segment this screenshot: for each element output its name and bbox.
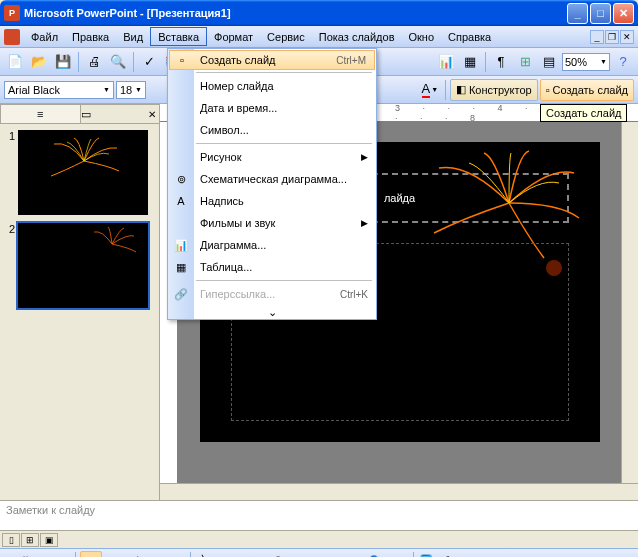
line-button[interactable]: ╲ [195,551,217,558]
preview-button[interactable]: 🔍 [107,51,129,73]
doc-minimize-button[interactable]: _ [590,30,604,44]
menu-expand-button[interactable]: ⌄ [168,305,376,319]
menu-item-slide-number[interactable]: Номер слайда [168,75,376,97]
design-icon: ◧ [456,83,466,96]
menu-item-hyperlink: 🔗Гиперссылка...Ctrl+K [168,283,376,305]
font-color-button[interactable]: A▾ [466,551,488,558]
zoom-combo[interactable]: 50%▼ [562,53,610,71]
menu-tools[interactable]: Сервис [260,29,312,45]
menu-item-date-time[interactable]: Дата и время... [168,97,376,119]
menu-slideshow[interactable]: Показ слайдов [312,29,402,45]
vertical-scrollbar[interactable] [621,122,638,483]
open-button[interactable]: 📂 [28,51,50,73]
firework-graphic [39,136,129,186]
slides-icon: ▭ [81,108,91,121]
menu-item-textbox[interactable]: AНадпись [168,190,376,212]
new-slide-button[interactable]: ▫Создать слайд [540,79,634,101]
font-size-combo[interactable]: 18▼ [116,81,146,99]
spelling-button[interactable]: ✓ [138,51,160,73]
new-button[interactable]: 📄 [4,51,26,73]
close-button[interactable]: ✕ [613,3,634,24]
oval-button[interactable]: ◯ [267,551,289,558]
menu-item-diagram[interactable]: ⊚Схематическая диаграмма... [168,168,376,190]
horizontal-scrollbar[interactable] [160,483,638,500]
maximize-button[interactable]: □ [590,3,611,24]
title-bar: P Microsoft PowerPoint - [Презентация1] … [0,0,638,26]
textbox-button[interactable]: A [291,551,313,558]
slide-number: 2 [4,223,18,308]
3d-button[interactable]: ◫ [586,551,608,558]
tooltip: Создать слайд [540,104,627,122]
shadow-button[interactable]: ◪ [562,551,584,558]
window-title: Microsoft PowerPoint - [Презентация1] [24,6,567,20]
close-panel-icon[interactable]: ✕ [148,109,156,120]
menu-bar: Файл Правка Вид Вставка Формат Сервис По… [0,26,638,48]
clipart-button[interactable]: 👤 [363,551,385,558]
chart-icon: 📊 [168,234,194,256]
menu-edit[interactable]: Правка [65,29,116,45]
menu-item-picture[interactable]: Рисунок▶ [168,146,376,168]
normal-view-button[interactable]: ▯ [2,533,20,547]
doc-restore-button[interactable]: ❐ [605,30,619,44]
chart-button[interactable]: 📊 [435,51,457,73]
menu-item-movies-sound[interactable]: Фильмы и звук▶ [168,212,376,234]
slideshow-view-button[interactable]: ▣ [40,533,58,547]
menu-view[interactable]: Вид [116,29,150,45]
menu-window[interactable]: Окно [402,29,442,45]
rectangle-button[interactable]: ▭ [243,551,265,558]
color-button[interactable]: ▤ [538,51,560,73]
new-slide-icon: ▫ [546,84,550,96]
menu-item-table[interactable]: ▦Таблица... [168,256,376,278]
diagram-icon: ⊚ [168,168,194,190]
tab-slides[interactable]: ▭✕ [80,104,161,123]
slide-number: 1 [4,130,18,215]
select-objects-button[interactable]: ↖ [80,551,102,558]
arrow-style-button[interactable]: ⇄ [538,551,560,558]
menu-file[interactable]: Файл [24,29,65,45]
picture-button[interactable]: 🖼 [387,551,409,558]
new-slide-icon: ▫ [170,49,194,71]
menu-item-chart[interactable]: 📊Диаграмма... [168,234,376,256]
minimize-button[interactable]: _ [567,3,588,24]
menu-item-symbol[interactable]: Символ... [168,119,376,141]
arrow-button[interactable]: ↘ [219,551,241,558]
menu-insert[interactable]: Вставка [150,27,207,46]
menu-help[interactable]: Справка [441,29,498,45]
slide-panel: ≡ ▭✕ 1 2 [0,104,160,500]
firework-graphic [82,226,142,266]
line-style-button[interactable]: ≡ [490,551,512,558]
slide-thumbnail-2[interactable] [18,223,148,308]
menu-format[interactable]: Формат [207,29,260,45]
thumbnail-list[interactable]: 1 2 [0,124,159,500]
doc-close-button[interactable]: ✕ [620,30,634,44]
powerpoint-icon: P [4,5,20,21]
thumbnail-item[interactable]: 2 [4,223,155,308]
hyperlink-icon: 🔗 [168,283,194,305]
tab-outline[interactable]: ≡ [0,104,81,123]
print-button[interactable]: 🖨 [83,51,105,73]
table-button[interactable]: ▦ [459,51,481,73]
fill-color-button[interactable]: 🪣▾ [418,551,440,558]
line-color-button[interactable]: ✎▾ [442,551,464,558]
drawing-toolbar: Действия ▾ ↖ Автофигуры ▾ ╲ ↘ ▭ ◯ A A ⊕ … [0,548,638,557]
save-button[interactable]: 💾 [52,51,74,73]
insert-menu-popup: ▫ Создать слайд Ctrl+M Номер слайда Дата… [167,48,377,320]
wordart-button[interactable]: A [315,551,337,558]
menu-item-new-slide[interactable]: ▫ Создать слайд Ctrl+M [169,50,375,70]
help-button[interactable]: ? [612,51,634,73]
diagram-button[interactable]: ⊕ [339,551,361,558]
thumbnail-item[interactable]: 1 [4,130,155,215]
sorter-view-button[interactable]: ⊞ [21,533,39,547]
slide-thumbnail-1[interactable] [18,130,148,215]
design-button[interactable]: ◧Конструктор [450,79,538,101]
textbox-icon: A [168,190,194,212]
notes-pane[interactable]: Заметки к слайду [0,500,638,530]
font-combo[interactable]: Arial Black▼ [4,81,114,99]
font-color-button[interactable]: A▼ [419,79,441,101]
show-formatting-button[interactable]: ¶ [490,51,512,73]
view-buttons: ▯ ⊞ ▣ [0,530,638,548]
grid-button[interactable]: ⊞ [514,51,536,73]
dash-style-button[interactable]: ⋯ [514,551,536,558]
doc-system-icon[interactable] [4,29,20,45]
table-icon: ▦ [168,256,194,278]
